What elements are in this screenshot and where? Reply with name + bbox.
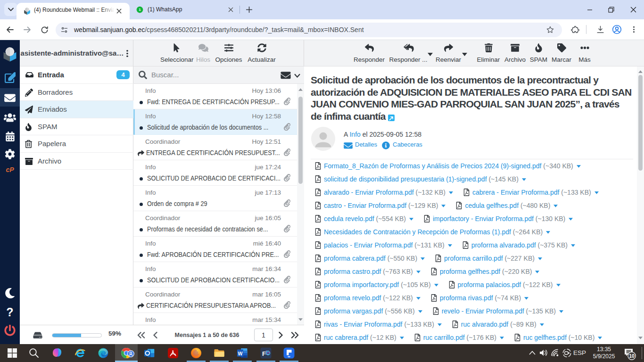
svg-text:1: 1 xyxy=(139,8,141,12)
svg-text:W: W xyxy=(238,351,243,356)
svg-text:10: 10 xyxy=(629,353,635,359)
svg-text:F: F xyxy=(262,350,266,357)
